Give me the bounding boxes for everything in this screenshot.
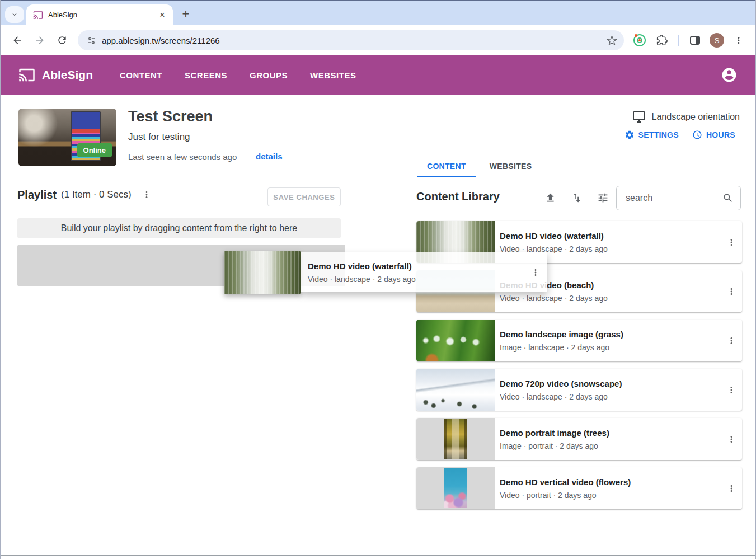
browser-tab[interactable]: AbleSign × <box>26 4 173 25</box>
side-panel-button[interactable] <box>685 31 705 50</box>
toolbar-divider <box>678 35 679 46</box>
tab-websites[interactable]: WEBSITES <box>480 156 542 177</box>
forward-arrow-icon <box>34 35 45 46</box>
main-content: Online Test Screen Just for testing Last… <box>1 95 755 558</box>
library-item-flowers[interactable]: Demo HD vertical video (flowers) Video ·… <box>416 467 742 509</box>
kebab-menu-icon <box>726 237 736 247</box>
library-item-title: Demo HD video (waterfall) <box>500 231 724 241</box>
item-menu-button[interactable] <box>724 284 739 299</box>
playlist-title: Playlist <box>17 189 57 201</box>
profile-avatar[interactable]: S <box>710 33 724 48</box>
hours-button[interactable]: HOURS <box>692 130 735 140</box>
sort-button[interactable] <box>570 191 584 205</box>
screen-preview-thumbnail[interactable]: Online <box>18 109 116 166</box>
thumbnail-snowscape <box>416 369 495 411</box>
status-badge: Online <box>77 143 112 157</box>
forward-button[interactable] <box>30 31 49 50</box>
account-circle-icon <box>721 67 738 83</box>
filter-button[interactable] <box>596 191 610 205</box>
settings-label: SETTINGS <box>638 130 679 139</box>
nav-item-websites[interactable]: WEBSITES <box>310 71 356 80</box>
orientation-info: Landscape orientation <box>632 110 740 124</box>
dragged-item[interactable]: Demo HD video (waterfall) Video · landsc… <box>224 251 547 294</box>
dragged-item-meta: Video · landscape · 2 days ago <box>308 275 528 284</box>
new-tab-button[interactable]: + <box>177 6 194 22</box>
extension-adblock-button[interactable] <box>630 31 649 50</box>
kebab-menu-icon <box>726 286 736 297</box>
tune-icon <box>597 192 609 204</box>
page-title: Test Screen <box>128 108 213 125</box>
green-extension-icon <box>633 34 646 46</box>
reload-button[interactable] <box>53 31 72 50</box>
search-input[interactable] <box>626 193 722 203</box>
monitor-icon <box>632 110 646 124</box>
kebab-menu-icon <box>726 385 736 395</box>
library-item-grass[interactable]: Demo landscape image (grass) Image · lan… <box>416 320 742 361</box>
back-button[interactable] <box>8 31 27 50</box>
account-button[interactable] <box>721 67 738 83</box>
cast-logo-icon <box>18 67 35 83</box>
chevron-down-icon <box>11 11 18 18</box>
kebab-menu-icon <box>726 483 736 494</box>
kebab-menu-icon <box>142 190 152 200</box>
bookmark-star-button[interactable] <box>607 35 617 46</box>
playlist-header: Playlist (1 Item · 0 Secs) <box>17 187 154 202</box>
settings-button[interactable]: SETTINGS <box>624 130 679 140</box>
nav-item-groups[interactable]: GROUPS <box>250 71 288 80</box>
upload-button[interactable] <box>543 191 557 205</box>
brand[interactable]: AbleSign <box>18 67 93 83</box>
window-bottom-border <box>1 555 755 556</box>
dragged-item-title: Demo HD video (waterfall) <box>308 261 528 271</box>
site-info-icon[interactable] <box>87 36 96 45</box>
gear-icon <box>624 130 635 140</box>
library-item-meta: Image · portrait · 2 days ago <box>500 441 724 450</box>
screen-actions: SETTINGS HOURS <box>624 130 735 140</box>
thumbnail-grass <box>416 320 495 361</box>
star-icon <box>607 35 617 46</box>
kebab-menu-icon <box>726 336 736 346</box>
library-item-snowscape[interactable]: Demo 720p video (snowscape) Video · land… <box>416 369 742 411</box>
extensions-button[interactable] <box>652 31 672 50</box>
playlist-meta: (1 Item · 0 Secs) <box>61 189 132 200</box>
item-menu-button[interactable] <box>724 235 739 250</box>
back-arrow-icon <box>12 35 23 46</box>
browser-window: AbleSign × + app.ablesign.tv/screens/211… <box>0 0 756 559</box>
url-text[interactable]: app.ablesign.tv/screens/211266 <box>102 36 607 45</box>
search-icon[interactable] <box>722 192 734 204</box>
thumbnail-trees <box>416 418 495 460</box>
nav-item-screens[interactable]: SCREENS <box>185 71 227 80</box>
address-bar[interactable]: app.ablesign.tv/screens/211266 <box>78 30 624 50</box>
item-menu-button[interactable] <box>724 481 739 496</box>
tab-content[interactable]: CONTENT <box>417 156 476 177</box>
sort-icon <box>571 192 583 204</box>
library-item-meta: Video · landscape · 2 days ago <box>500 294 724 303</box>
library-toolbar <box>543 191 610 205</box>
tab-strip: AbleSign × + <box>1 0 755 25</box>
item-menu-button[interactable] <box>724 333 739 348</box>
kebab-menu-icon <box>734 35 744 45</box>
library-item-meta: Image · landscape · 2 days ago <box>500 343 724 352</box>
puzzle-icon <box>656 35 668 46</box>
library-item-meta: Video · portrait · 2 days ago <box>500 491 724 500</box>
save-changes-button[interactable]: SAVE CHANGES <box>267 187 341 206</box>
details-link[interactable]: details <box>256 152 283 161</box>
tab-search-button[interactable] <box>5 6 24 23</box>
library-title: Content Library <box>416 190 500 203</box>
playlist-menu-button[interactable] <box>139 187 154 202</box>
panel-tabs: CONTENT WEBSITES <box>417 156 541 177</box>
item-menu-button[interactable] <box>528 265 543 280</box>
library-item-title: Demo landscape image (grass) <box>500 330 724 339</box>
library-item-trees[interactable]: Demo portrait image (trees) Image · port… <box>416 418 742 460</box>
kebab-menu-icon <box>530 267 541 278</box>
app-navbar: AbleSign CONTENT SCREENS GROUPS WEBSITES <box>1 55 755 95</box>
screen-subtitle: Just for testing <box>128 131 190 143</box>
item-menu-button[interactable] <box>724 432 739 447</box>
reload-icon <box>57 35 68 46</box>
item-menu-button[interactable] <box>724 383 739 397</box>
browser-menu-button[interactable] <box>729 31 748 50</box>
hours-label: HOURS <box>706 130 735 139</box>
tab-close-icon[interactable]: × <box>157 10 167 20</box>
orientation-label: Landscape orientation <box>652 112 740 122</box>
nav-item-content[interactable]: CONTENT <box>120 71 162 80</box>
side-panel-icon <box>690 36 700 45</box>
